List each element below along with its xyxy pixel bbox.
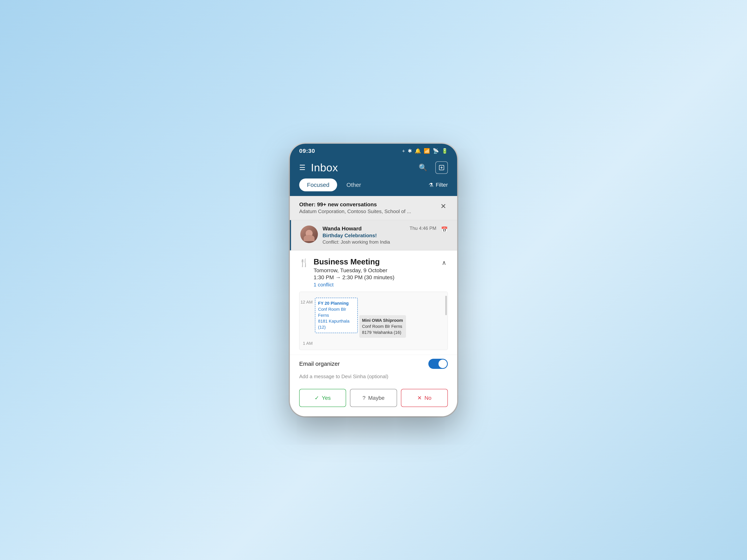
event-miniowa-room: Conf Room Blr Ferns <box>362 324 403 329</box>
event-fy20-planning[interactable]: FY 20 Planning Conf Room Blr Ferns 8181 … <box>315 298 358 333</box>
maybe-label: Maybe <box>368 395 385 401</box>
battery-icon: 🔋 <box>442 148 448 154</box>
header-left: ☰ Inbox <box>299 161 338 174</box>
notification-subtitle: Adatum Corporation, Contoso Suites, Scho… <box>299 209 411 214</box>
organizer-label: Email organizer <box>299 361 340 367</box>
no-label: No <box>424 395 432 401</box>
notification-text: Other: 99+ new conversations Adatum Corp… <box>299 202 411 214</box>
event-miniowa-location: 8179 Yelahanka (16) <box>362 329 403 336</box>
time-labels: 12 AM 1 AM <box>300 292 315 350</box>
no-icon: ✕ <box>417 395 422 401</box>
header-title: Inbox <box>311 161 338 174</box>
rsvp-no-button[interactable]: ✕ No <box>401 389 448 407</box>
calendar-scrollbar[interactable] <box>445 296 447 315</box>
signal-icon: 📶 <box>424 148 430 154</box>
search-button[interactable]: 🔍 <box>417 161 429 174</box>
email-header-row: Wanda Howard Thu 4:46 PM <box>323 225 436 232</box>
time-label-1am: 1 AM <box>300 341 315 346</box>
tab-bar: Focused Other ⚗ Filter <box>290 179 457 196</box>
filter-button[interactable]: ⚗ Filter <box>429 182 448 188</box>
notification-title: Other: 99+ new conversations <box>299 202 411 208</box>
header-actions: 🔍 <box>417 161 448 174</box>
card-title-block: Business Meeting Tomorrow, Tuesday, 9 Oc… <box>314 258 436 288</box>
card-title: Business Meeting <box>314 258 436 266</box>
phone-frame: 09:30 + ✱ 🔔 📶 📡 🔋 ☰ Inbox 🔍 <box>290 144 457 416</box>
rsvp-yes-button[interactable]: ✓ Yes <box>299 389 346 407</box>
calendar-events-area: FY 20 Planning Conf Room Blr Ferns 8181 … <box>315 292 447 350</box>
email-subject: Birthday Celebrations! <box>323 233 436 239</box>
close-notification-button[interactable]: ✕ <box>439 202 448 211</box>
tab-other[interactable]: Other <box>339 179 369 191</box>
wifi-icon: 📡 <box>433 148 439 154</box>
card-conflict[interactable]: 1 conflict <box>314 282 436 288</box>
status-bar: 09:30 + ✱ 🔔 📶 📡 🔋 <box>290 144 457 157</box>
collapse-button[interactable]: ∧ <box>440 258 448 268</box>
maybe-icon: ? <box>362 395 365 401</box>
email-sender: Wanda Howard <box>323 225 362 232</box>
avatar-image <box>300 225 318 243</box>
fork-knife-icon: 🍴 <box>299 258 309 267</box>
calendar-view: 12 AM 1 AM FY 20 Planning Conf Room Blr … <box>299 292 448 350</box>
filter-icon: ⚗ <box>429 182 433 188</box>
meeting-card: 🍴 Business Meeting Tomorrow, Tuesday, 9 … <box>290 250 457 416</box>
bluetooth-icon: + <box>402 148 405 154</box>
avatar <box>300 225 318 243</box>
event-fy20-room: Conf Room Blr Ferns <box>318 306 355 319</box>
email-content: Wanda Howard Thu 4:46 PM Birthday Celebr… <box>323 225 436 245</box>
status-icons: + ✱ 🔔 📶 📡 🔋 <box>402 148 448 154</box>
organizer-row: Email organizer <box>290 355 457 373</box>
card-date: Tomorrow, Tuesday, 9 October <box>314 267 436 273</box>
status-time: 09:30 <box>299 148 315 154</box>
email-organizer-toggle[interactable] <box>428 359 448 369</box>
event-fy20-location: 8181 Kapurthala (12) <box>318 318 355 330</box>
email-list-item[interactable]: Wanda Howard Thu 4:46 PM Birthday Celebr… <box>290 220 457 250</box>
bell-icon: 🔔 <box>415 148 421 154</box>
notification-banner: Other: 99+ new conversations Adatum Corp… <box>290 196 457 220</box>
organizer-message[interactable]: Add a message to Devi Sinha (optional) <box>290 373 457 385</box>
tabs-group: Focused Other <box>299 179 369 191</box>
calendar-icon: 📅 <box>441 226 448 233</box>
tab-focused[interactable]: Focused <box>299 179 337 191</box>
yes-label: Yes <box>322 395 331 401</box>
email-preview: Conflict: Josh working from India <box>323 239 436 245</box>
card-header: 🍴 Business Meeting Tomorrow, Tuesday, 9 … <box>290 250 457 292</box>
bluetooth-icon2: ✱ <box>408 148 412 154</box>
app-header: ☰ Inbox 🔍 <box>290 157 457 179</box>
filter-label: Filter <box>436 182 448 188</box>
event-fy20-title: FY 20 Planning <box>318 300 355 306</box>
event-mini-owa[interactable]: Mini OWA Shiproom Conf Room Blr Ferns 81… <box>359 315 406 338</box>
rsvp-row: ✓ Yes ? Maybe ✕ No <box>290 385 457 416</box>
email-actions: 📅 <box>441 225 448 233</box>
email-time: Thu 4:46 PM <box>410 225 436 231</box>
compose-button[interactable] <box>435 161 448 174</box>
time-label-12am: 12 AM <box>300 300 315 305</box>
card-time: 1:30 PM → 2:30 PM (30 minutes) <box>314 274 436 281</box>
menu-icon[interactable]: ☰ <box>299 163 305 172</box>
toggle-knob <box>438 359 447 368</box>
event-miniowa-title: Mini OWA Shiproom <box>362 318 403 324</box>
rsvp-maybe-button[interactable]: ? Maybe <box>350 389 397 407</box>
yes-icon: ✓ <box>314 395 319 401</box>
